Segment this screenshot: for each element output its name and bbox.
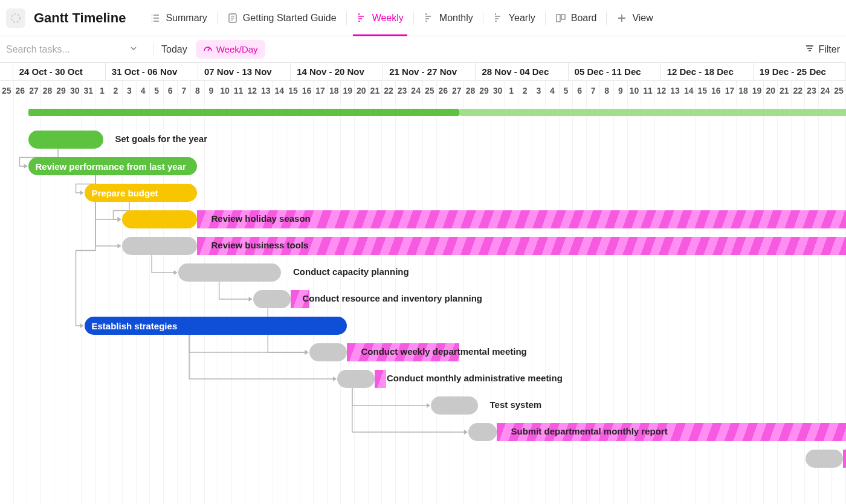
list-icon: [150, 13, 161, 24]
day-header: 7: [178, 81, 192, 100]
day-header: 29: [477, 81, 491, 100]
gantt-chart[interactable]: Set goals for the yearReview performance…: [0, 100, 846, 504]
day-header: 12: [655, 81, 669, 100]
tab-yearly[interactable]: Yearly: [483, 0, 545, 36]
task-bar-t2[interactable]: Review performance from last year: [28, 157, 197, 175]
day-header: 20: [355, 81, 369, 100]
task-stripe[interactable]: [375, 370, 386, 388]
svg-line-7: [208, 48, 210, 51]
zoom-button[interactable]: Week/Day: [196, 40, 265, 59]
day-header: 5: [560, 81, 573, 100]
week-header: 12 Dec - 18 Dec: [661, 63, 754, 80]
task-label: Set goals for the year: [115, 134, 208, 144]
day-header: 24: [819, 81, 833, 100]
filter-icon: [805, 44, 815, 56]
day-header: 13: [259, 81, 273, 100]
day-header: 27: [450, 81, 464, 100]
tab-monthly[interactable]: Monthly: [414, 0, 483, 36]
tab-board[interactable]: Board: [546, 0, 607, 36]
day-header: 1: [95, 81, 109, 100]
day-header: 4: [546, 81, 560, 100]
summary-remaining-bar[interactable]: [459, 109, 847, 116]
tab-label: Summary: [166, 13, 207, 24]
day-header: 2: [518, 81, 532, 100]
week-header: 24 Oct - 30 Oct: [13, 63, 106, 80]
day-header: 28: [464, 81, 478, 100]
day-header: 5: [150, 81, 164, 100]
task-bar-t5[interactable]: [122, 237, 197, 255]
day-header: 20: [764, 81, 778, 100]
day-header: 6: [573, 81, 587, 100]
day-header: 3: [123, 81, 137, 100]
task-bar-t12[interactable]: [468, 423, 497, 441]
svg-point-0: [11, 14, 20, 22]
day-header: 26: [14, 81, 28, 100]
day-header: 24: [409, 81, 423, 100]
toolbar: Today Week/Day Filter: [0, 36, 846, 63]
day-header: 22: [792, 81, 806, 100]
task-label: Conduct capacity planning: [293, 267, 409, 277]
tab-label: Yearly: [509, 13, 535, 24]
day-header: 30: [491, 81, 505, 100]
filter-button[interactable]: Filter: [805, 44, 840, 56]
view-tabs: SummaryGetting Started GuideWeeklyMonthl…: [140, 0, 662, 36]
task-bar-t8[interactable]: Establish strategies: [85, 317, 347, 335]
tab-label: Board: [571, 13, 597, 24]
search-input[interactable]: [6, 42, 127, 57]
week-header: 19 Dec - 25 Dec: [754, 63, 846, 80]
tab-guide[interactable]: Getting Started Guide: [218, 0, 346, 36]
day-row: 2526272829303112345678910111213141516171…: [0, 81, 846, 100]
day-header: 9: [205, 81, 219, 100]
svg-rect-5: [557, 15, 560, 22]
day-header: 15: [696, 81, 709, 100]
day-header: 14: [273, 81, 287, 100]
top-bar: Gantt Timeline SummaryGetting Started Gu…: [0, 0, 846, 36]
task-bar-t4[interactable]: [122, 210, 197, 228]
day-header: 21: [778, 81, 792, 100]
week-header: 28 Nov - 04 Dec: [476, 63, 568, 80]
task-bar-t7[interactable]: [253, 290, 291, 308]
plus-icon: [616, 13, 627, 24]
doc-icon: [227, 13, 238, 24]
day-header: 10: [218, 81, 232, 100]
task-bar-t10[interactable]: [337, 370, 375, 388]
task-bar-t11[interactable]: [431, 396, 478, 415]
task-stripe[interactable]: [843, 450, 846, 468]
task-label: Conduct resource and inventory planning: [303, 293, 483, 303]
task-label: Submit departmental monthly report: [511, 426, 668, 436]
day-header: 28: [41, 81, 55, 100]
tab-addview[interactable]: View: [607, 0, 662, 36]
task-label: Conduct monthly administrative meeting: [387, 373, 563, 383]
task-bar-t13[interactable]: [806, 450, 843, 468]
filter-label: Filter: [818, 44, 840, 55]
task-bar-t9[interactable]: [309, 343, 347, 361]
search-dropdown-icon[interactable]: [129, 44, 138, 55]
summary-progress-bar[interactable]: [28, 109, 459, 116]
tab-weekly[interactable]: Weekly: [347, 0, 413, 36]
tab-label: Monthly: [439, 13, 473, 24]
week-row: 24 Oct - 30 Oct31 Oct - 06 Nov07 Nov - 1…: [0, 63, 846, 81]
task-label: Conduct weekly departmental meeting: [361, 346, 527, 357]
day-header: 30: [68, 81, 82, 100]
day-header: 23: [805, 81, 819, 100]
today-button[interactable]: Today: [161, 44, 187, 55]
day-header: 22: [382, 81, 396, 100]
timeline-header: 24 Oct - 30 Oct31 Oct - 06 Nov07 Nov - 1…: [0, 63, 846, 100]
task-bar-t6[interactable]: [178, 263, 282, 282]
day-header: 19: [341, 81, 355, 100]
task-label: Test system: [490, 399, 542, 410]
day-header: 15: [286, 81, 300, 100]
day-header: 9: [614, 81, 628, 100]
day-header: 27: [27, 81, 41, 100]
zoom-label: Week/Day: [216, 44, 258, 54]
day-header: 31: [82, 81, 95, 100]
task-bar-t1[interactable]: [28, 131, 103, 149]
day-header: 2: [109, 81, 123, 100]
task-bar-t3[interactable]: Prepare budget: [85, 184, 197, 202]
day-header: 11: [641, 81, 655, 100]
tab-summary[interactable]: Summary: [140, 0, 216, 36]
day-header: 17: [314, 81, 328, 100]
day-header: 16: [709, 81, 723, 100]
day-header: 18: [328, 81, 341, 100]
day-header: 16: [300, 81, 314, 100]
